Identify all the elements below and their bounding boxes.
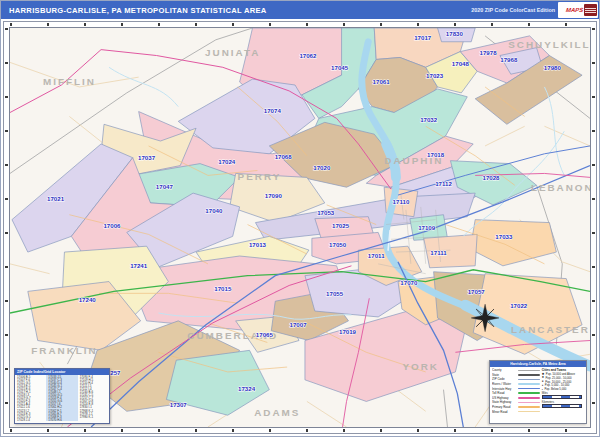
legend-swatch [518, 406, 540, 408]
zip-label-17057: 17057 [468, 288, 486, 295]
zip-label-17050: 17050 [329, 241, 347, 248]
zip-label-17015: 17015 [214, 285, 232, 292]
zip-label-17074: 17074 [264, 108, 282, 115]
legend-item-label: Toll Road [492, 391, 518, 395]
legend-item-label: Rivers / Water [492, 382, 518, 386]
county-label-york: YORK [402, 361, 439, 372]
zip-label-17053: 17053 [317, 209, 335, 216]
scale-miles-bar [542, 395, 582, 399]
zip-label-17007: 17007 [289, 321, 307, 328]
zip-label-17018: 17018 [427, 151, 445, 158]
legend-city-rows: ●Pop. 50,000 and Above●Pop. 25,000 - 50,… [542, 372, 584, 391]
map-title: HARRISBURG-CARLISLE, PA METROPOLITAN STA… [1, 6, 267, 15]
zip-index-col-2: 17033 J-517037 C-317040 D-417045 G-11704… [46, 375, 77, 421]
zip-label-17024: 17024 [218, 158, 236, 165]
county-label-perry: PERRY [238, 171, 282, 182]
legend-item-label: US Highway [492, 396, 518, 400]
scale-km-bar [542, 404, 582, 408]
zip-label-17090: 17090 [265, 192, 283, 199]
zip-label-17022: 17022 [510, 302, 528, 309]
zip-index-box: ZIP Code Index/Grid Locator 17006 B-5170… [14, 368, 110, 424]
legend-swatch [518, 402, 540, 404]
zip-label-17830: 17830 [446, 30, 464, 37]
legend-swatch [518, 383, 540, 385]
zip-label-17109: 17109 [418, 224, 436, 231]
zip-label-17025: 17025 [332, 223, 350, 230]
zip-label-17240: 17240 [79, 296, 97, 303]
zip-label-17968: 17968 [500, 56, 518, 63]
zip-label-17028: 17028 [482, 174, 500, 181]
zip-label-17017: 17017 [414, 34, 432, 41]
city-dot-icon: ● [542, 380, 544, 383]
zip-label-17048: 17048 [452, 60, 470, 67]
map-canvas[interactable]: MIFFLINJUNIATASCHUYLKILLPERRYDAUPHINLEBA… [9, 27, 591, 428]
zip-label-17111: 17111 [430, 249, 447, 256]
zip-index-columns: 17006 B-517007 F-617011 G-517013 E-51701… [15, 375, 109, 421]
zip-label-17061: 17061 [373, 78, 391, 85]
zip-index-col-1: 17006 B-517007 F-617011 G-517013 E-51701… [15, 375, 46, 421]
legend-city-label: Pop. Below 5,000 [544, 387, 566, 391]
logo-badge [584, 4, 597, 16]
zip-label-17013: 17013 [249, 241, 267, 248]
grid-ticks-bottom [10, 429, 590, 432]
legend-swatch [518, 370, 540, 372]
zip-label-17055: 17055 [326, 290, 344, 297]
legend-swatch [518, 392, 540, 394]
grid-ticks-left [5, 28, 8, 427]
county-label-schuylkill: SCHUYLKILL [508, 39, 590, 50]
zip-label-17062: 17062 [299, 52, 317, 59]
legend-item-label: County [492, 368, 518, 372]
zip-label-17978: 17978 [480, 49, 498, 56]
city-dot-icon: ● [542, 388, 543, 391]
county-label-mifflin: MIFFLIN [43, 76, 96, 87]
zip-label-17068: 17068 [275, 153, 293, 160]
legend-swatch [518, 397, 540, 399]
legend-item-label: State [492, 373, 518, 377]
map-document: HARRISBURG-CARLISLE, PA METROPOLITAN STA… [0, 0, 600, 437]
zip-label-17040: 17040 [205, 207, 223, 214]
zip-label-17045: 17045 [331, 64, 349, 71]
index-entry: 17980 K-1 [80, 416, 109, 419]
city-dot-icon: ● [542, 384, 544, 387]
zip-label-17112: 17112 [435, 180, 452, 187]
zip-label-17324: 17324 [238, 385, 256, 392]
legend-swatch [518, 379, 540, 381]
zip-label-17006: 17006 [103, 223, 121, 230]
title-bar: HARRISBURG-CARLISLE, PA METROPOLITAN STA… [1, 1, 599, 19]
zip-label-17037: 17037 [138, 154, 156, 161]
scale-bar-miles: Miles [542, 392, 584, 399]
map-frame: MIFFLINJUNIATASCHUYLKILLPERRYDAUPHINLEBA… [3, 21, 597, 434]
zip-label-17047: 17047 [156, 183, 174, 190]
zip-label-17011: 17011 [368, 252, 385, 259]
county-label-adams: ADAMS [254, 407, 300, 418]
zip-label-17070: 17070 [400, 280, 418, 287]
legend-city-item: ●Pop. Below 5,000 [542, 387, 584, 391]
legend-swatch [518, 374, 540, 376]
legend-city-items: Cities and Towns ●Pop. 50,000 and Above●… [540, 368, 584, 414]
legend-item: Minor Road [492, 409, 540, 414]
legend-swatch [518, 411, 540, 413]
marketmaps-logo: MAPS [558, 2, 598, 18]
county-label-lancaster: LANCASTER [511, 324, 590, 335]
zip-label-17241: 17241 [130, 262, 148, 269]
zip-region-17033 [470, 220, 556, 266]
county-label-lebanon: LEBANON [531, 182, 590, 193]
zip-label-17023: 17023 [426, 72, 444, 79]
legend-swatch [518, 388, 540, 390]
legend-line-items: CountyStateZIP CodeRivers / WaterInterst… [492, 368, 540, 414]
grid-ticks-top [10, 23, 590, 26]
grid-ticks-right [592, 28, 595, 427]
zip-label-17307: 17307 [170, 401, 188, 408]
logo-brand-text: MAPS [565, 7, 583, 13]
zip-label-17021: 17021 [47, 195, 65, 202]
county-label-juniata: JUNIATA [205, 47, 260, 58]
legend-item-label: Minor Road [492, 410, 518, 414]
legend-item-label: ZIP Code [492, 377, 518, 381]
legend-box: Harrisburg-Carlisle, PA Metro Area Count… [489, 360, 587, 424]
zip-label-17020: 17020 [313, 165, 331, 172]
legend-item-label: Primary Road [492, 405, 518, 409]
legend-item-label: State Highway [492, 400, 518, 404]
legend-item-label: Interstate Hwy [492, 387, 518, 391]
zip-label-17980: 17980 [544, 64, 562, 71]
legend-body: CountyStateZIP CodeRivers / WaterInterst… [490, 367, 586, 415]
